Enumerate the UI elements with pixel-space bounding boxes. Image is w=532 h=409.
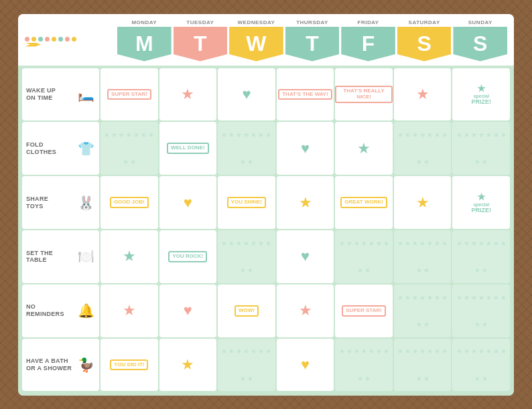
day-column: TUESDAY T <box>174 19 228 62</box>
day-cell: ★ <box>159 339 217 392</box>
day-letter-banner: M <box>117 27 172 62</box>
bg-stars: ★★★★★★★★★ <box>394 339 452 392</box>
day-cell: ★★★★★★★★★ <box>218 339 275 392</box>
bg-stars: ★★★★★★★★★ <box>394 122 452 175</box>
star-icon: ★ <box>299 194 312 212</box>
dot <box>52 37 56 42</box>
day-cell: ★★★★★★★★★ <box>218 230 275 283</box>
dots-row <box>25 37 76 42</box>
task-label: HAVE A BATHOR A SHOWER <box>26 357 72 372</box>
day-cell: GOOD JOB! <box>101 176 158 229</box>
chart-container: MONDAY M TUESDAY T WEDNESDAY W THURSDAY … <box>18 14 514 396</box>
day-cell: YOU SHINE! <box>218 176 275 229</box>
cell-content: ★ <box>394 68 452 121</box>
cell-content: WOW! <box>218 284 275 337</box>
badge: WELL DONE! <box>167 143 209 154</box>
grid-row: WAKE UPON TIME 🛏️ SUPER STAR!★♥THAT'S TH… <box>22 68 510 121</box>
task-cell: WAKE UPON TIME 🛏️ <box>22 68 99 121</box>
day-cell: ★ <box>277 176 334 229</box>
bg-stars: ★★★★★★★★★ <box>452 339 510 392</box>
heart-icon: ♥ <box>184 194 192 212</box>
day-headers: MONDAY M TUESDAY T WEDNESDAY W THURSDAY … <box>117 19 507 63</box>
badge: WOW! <box>235 305 259 317</box>
day-label: FRIDAY <box>358 19 379 25</box>
day-cell: ★ special PRIZE! <box>452 176 510 229</box>
dot <box>38 37 43 42</box>
star-icon: ★ <box>357 140 371 157</box>
task-cell: SHARETOYS 🐰 <box>22 176 99 229</box>
day-cell: ★★★★★★★★★ <box>335 230 393 283</box>
day-column: SUNDAY S <box>453 19 507 62</box>
star-icon: ★ <box>416 86 429 103</box>
task-cell: HAVE A BATHOR A SHOWER 🦆 <box>22 339 99 392</box>
bg-stars: ★★★★★★★★★ <box>101 122 158 175</box>
bg-stars: ★★★★★★★★★ <box>218 230 275 283</box>
cell-content: ♥ <box>159 284 217 337</box>
badge: GREAT WORK! <box>340 197 387 208</box>
bg-stars: ★★★★★★★★★ <box>335 230 393 283</box>
cell-content: ♥ <box>277 339 334 392</box>
day-letter-banner: T <box>285 27 340 62</box>
grid-row: NOREMINDERS 🔔 ★♥WOW!★SUPER STAR! ★★★★★★★… <box>22 284 510 337</box>
task-label: FOLDCLOTHES <box>26 141 56 156</box>
heart-icon: ♥ <box>301 356 310 374</box>
badge: YOU ROCK! <box>168 251 207 262</box>
day-cell: ★ <box>335 122 393 175</box>
day-label: TUESDAY <box>186 19 214 25</box>
dot <box>58 37 63 42</box>
task-label: SHARETOYS <box>26 195 48 210</box>
dot <box>31 37 36 42</box>
day-cell: ★★★★★★★★★ <box>394 122 452 175</box>
bg-stars: ★★★★★★★★★ <box>394 284 452 337</box>
cell-content: YOU SHINE! <box>218 176 275 229</box>
badge: SUPER STAR! <box>342 305 386 317</box>
grid-row: HAVE A BATHOR A SHOWER 🦆 YOU DID IT!★ ★★… <box>22 339 510 392</box>
day-cell: SUPER STAR! <box>335 284 393 337</box>
task-cell: FOLDCLOTHES 👕 <box>22 122 99 175</box>
special-prize: ★ special PRIZE! <box>472 83 492 105</box>
cell-content: ♥ <box>218 68 275 121</box>
day-letter-banner: T <box>174 27 228 62</box>
day-cell: ★ <box>101 230 158 283</box>
day-cell: YOU DID IT! <box>101 339 158 392</box>
badge: SUPER STAR! <box>107 89 151 100</box>
day-label: SUNDAY <box>468 19 492 25</box>
day-cell: THAT'S REALLY NICE! <box>335 68 393 121</box>
bg-stars: ★★★★★★★★★ <box>452 230 510 283</box>
day-column: SATURDAY S <box>397 19 452 62</box>
day-cell: ★ <box>394 68 452 121</box>
grid-area: WAKE UPON TIME 🛏️ SUPER STAR!★♥THAT'S TH… <box>18 66 514 396</box>
task-icon: 👕 <box>76 141 95 157</box>
cell-content: THAT'S REALLY NICE! <box>335 68 393 121</box>
day-label: SATURDAY <box>409 19 440 25</box>
day-letter-banner: S <box>397 27 452 62</box>
day-cell: ★ <box>101 284 158 337</box>
day-cell: WELL DONE! <box>159 122 217 175</box>
badge: THAT'S THE WAY! <box>278 89 332 100</box>
header: MONDAY M TUESDAY T WEDNESDAY W THURSDAY … <box>18 14 514 66</box>
task-label: SET THETABLE <box>26 250 53 264</box>
cell-content: ♥ <box>159 176 217 229</box>
day-cell: ★★★★★★★★★ <box>394 230 452 283</box>
heart-icon: ♥ <box>301 140 310 157</box>
dot <box>65 37 70 42</box>
day-column: FRIDAY F <box>341 19 395 62</box>
day-cell: ★ <box>277 284 334 337</box>
day-cell: WOW! <box>218 284 275 337</box>
dot <box>72 37 76 42</box>
special-prize: ★ special PRIZE! <box>472 191 492 214</box>
cell-content: ★ <box>159 68 217 121</box>
grid-row: FOLDCLOTHES 👕 ★★★★★★★★★ WELL DONE! ★★★★★… <box>22 122 510 175</box>
dot <box>25 37 29 42</box>
badge: YOU DID IT! <box>110 359 148 371</box>
dot <box>45 37 50 42</box>
day-cell: ★★★★★★★★★ <box>452 339 510 392</box>
day-cell: GREAT WORK! <box>335 176 393 229</box>
badge: THAT'S REALLY NICE! <box>335 86 393 103</box>
cell-content: ♥ <box>277 230 334 283</box>
day-cell: ★ special PRIZE! <box>452 68 510 121</box>
heart-icon: ♥ <box>242 86 251 103</box>
task-icon: 🍽️ <box>76 248 95 264</box>
day-cell: ♥ <box>277 230 334 283</box>
cell-content: ★ special PRIZE! <box>452 176 510 229</box>
